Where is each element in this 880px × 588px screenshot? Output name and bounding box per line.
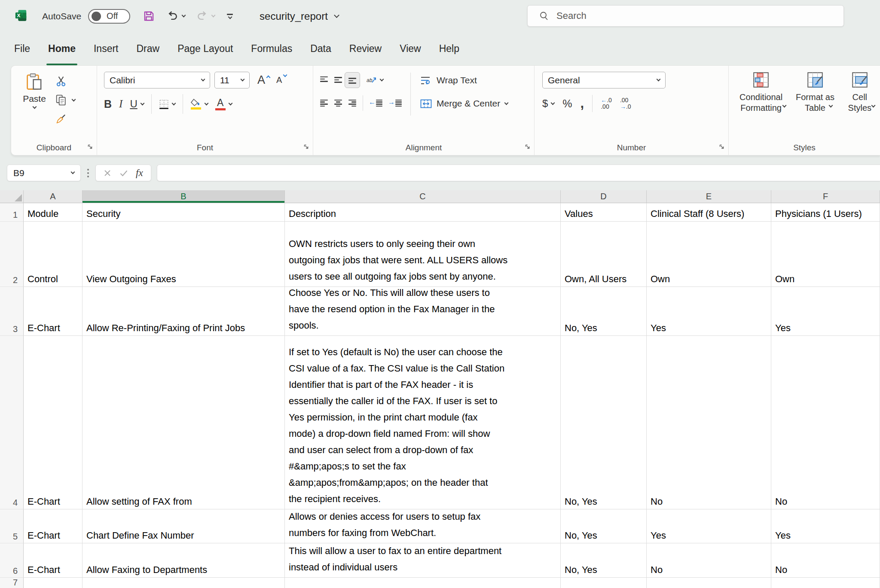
cell-d4[interactable]: No, Yes [561,336,647,509]
cell-a7[interactable] [24,578,82,588]
insert-function-button[interactable]: fx [136,168,143,179]
row-header-7[interactable]: 7 [0,578,24,588]
formula-bar-grip[interactable] [87,169,89,177]
decrease-font-size-button[interactable]: A [273,75,285,85]
tab-view[interactable]: View [391,32,430,65]
cut-button[interactable] [56,76,75,86]
cell-a4[interactable]: E-Chart [24,336,82,509]
cell-b1[interactable]: Security [82,203,285,222]
cell-d3[interactable]: No, Yes [561,287,647,336]
align-top-button[interactable] [320,76,328,84]
cell-a1[interactable]: Module [24,203,82,222]
save-button[interactable] [143,10,155,22]
cell-styles-button[interactable]: Cell Styles [844,72,875,155]
cell-f7[interactable] [771,578,880,588]
cell-f1[interactable]: Physicians (1 Users) [771,203,880,222]
orientation-button[interactable]: ab [366,76,383,85]
percent-format-button[interactable]: % [562,97,572,110]
increase-decimal-button[interactable]: ←.0 .00 [601,97,612,110]
cell-b2[interactable]: View Outgoing Faxes [82,222,285,287]
formula-input[interactable] [157,165,880,181]
font-size-combo[interactable]: 11 [214,72,250,88]
row-header-2[interactable]: 2 [0,222,24,287]
redo-button[interactable] [196,11,215,21]
align-center-button[interactable] [334,100,342,107]
column-header-a[interactable]: A [24,190,82,203]
align-left-button[interactable] [320,100,328,107]
tab-home[interactable]: Home [39,32,85,65]
format-painter-button[interactable] [56,114,75,124]
decrease-decimal-button[interactable]: .00 →.0 [620,97,631,110]
cell-c5[interactable]: Allows or denies access for users to set… [285,509,561,543]
increase-font-size-button[interactable]: A [254,73,269,87]
row-header-3[interactable]: 3 [0,287,24,336]
column-header-e[interactable]: E [647,190,771,203]
column-header-f[interactable]: F [771,190,880,203]
tab-insert[interactable]: Insert [85,32,128,65]
alignment-dialog-launcher[interactable] [525,143,530,151]
autosave-toggle[interactable]: Off [88,9,130,24]
font-name-combo[interactable]: Calibri [104,72,210,88]
cell-d6[interactable]: No, Yes [561,543,647,578]
cell-e1[interactable]: Clinical Staff (8 Users) [647,203,771,222]
align-middle-button[interactable] [334,76,342,84]
tab-formulas[interactable]: Formulas [242,32,301,65]
font-dialog-launcher[interactable] [303,143,309,151]
wrap-text-button[interactable]: Wrap Text [420,73,508,88]
cell-d5[interactable]: No, Yes [561,509,647,543]
column-header-b-selected[interactable]: B [82,190,285,203]
enter-check-icon[interactable] [119,169,128,177]
cell-e6[interactable]: No [647,543,771,578]
customize-toolbar-button[interactable] [227,14,233,18]
cell-a5[interactable]: E-Chart [24,509,82,543]
copy-button[interactable] [56,94,75,106]
increase-indent-button[interactable]: → [389,100,402,107]
cell-e3[interactable]: Yes [647,287,771,336]
column-header-c[interactable]: C [285,190,561,203]
cell-e4[interactable]: No [647,336,771,509]
cell-d7[interactable] [561,578,647,588]
underline-button[interactable]: U [130,98,144,110]
row-header-1[interactable]: 1 [0,203,24,222]
cell-a3[interactable]: E-Chart [24,287,82,336]
cell-f3[interactable]: Yes [771,287,880,336]
cell-f4[interactable]: No [771,336,880,509]
tab-review[interactable]: Review [340,32,391,65]
cancel-icon[interactable] [104,169,111,177]
tab-file[interactable]: File [5,32,39,65]
cell-b6[interactable]: Allow Faxing to Departments [82,543,285,578]
cell-c1[interactable]: Description [285,203,561,222]
cell-b7[interactable] [82,578,285,588]
cell-e7[interactable] [647,578,771,588]
decrease-indent-button[interactable]: ← [370,100,382,107]
name-box[interactable]: B9 [7,165,81,181]
bold-button[interactable]: B [104,98,112,110]
currency-format-button[interactable]: $ [542,97,554,110]
cell-d2[interactable]: Own, All Users [561,222,647,287]
cell-c3[interactable]: Choose Yes or No. This will allow these … [285,287,561,336]
italic-button[interactable]: I [119,98,122,110]
borders-button[interactable] [159,99,175,109]
cell-c7[interactable] [285,578,561,588]
number-format-combo[interactable]: General [542,72,666,88]
align-right-button[interactable] [348,100,356,107]
format-as-table-button[interactable]: Format as Table [796,72,834,155]
font-color-button[interactable]: A [215,97,232,110]
cell-c6[interactable]: This will allow a user to fax to an enti… [285,543,561,578]
cell-a6[interactable]: E-Chart [24,543,82,578]
tab-page-layout[interactable]: Page Layout [168,32,242,65]
cell-b3[interactable]: Allow Re-Printing/Faxing of Print Jobs [82,287,285,336]
cell-b4[interactable]: Allow setting of FAX from [82,336,285,509]
cell-b5[interactable]: Chart Define Fax Number [82,509,285,543]
cell-c2[interactable]: OWN restricts users to only seeing their… [285,222,561,287]
tab-draw[interactable]: Draw [128,32,169,65]
row-header-6[interactable]: 6 [0,543,24,578]
align-bottom-button-selected[interactable] [345,72,360,88]
conditional-formatting-button[interactable]: Conditional Formatting [736,72,786,155]
row-header-5[interactable]: 5 [0,509,24,543]
cell-e5[interactable]: Yes [647,509,771,543]
document-title[interactable]: security_report [260,10,339,22]
cell-f2[interactable]: Own [771,222,880,287]
column-header-d[interactable]: D [561,190,647,203]
select-all-corner[interactable] [0,190,24,203]
